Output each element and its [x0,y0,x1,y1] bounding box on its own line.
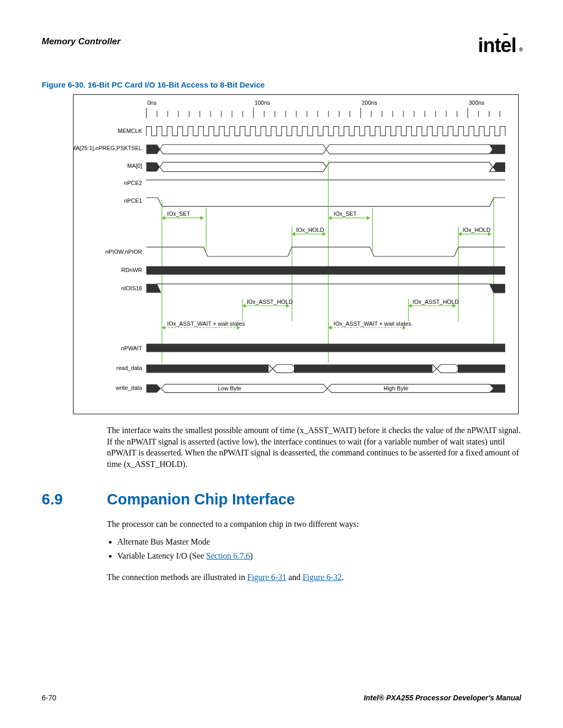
svg-marker-35 [489,145,505,154]
signal-readdata-wave [146,365,505,373]
signal-readdata-label: read_data [116,365,142,372]
paragraph-asst-wait: The interface waits the smallest possibl… [107,425,521,470]
time-label-3: 300ns [469,100,484,106]
footer-manual-title: Intel® PXA255 Processor Developer's Manu… [364,694,521,702]
svg-marker-53 [292,232,295,236]
svg-marker-77 [162,326,165,330]
signal-npwait-label: nPWAIT [121,345,142,351]
signal-ma-label: MA[25:1],nPREG,PSKTSEL [74,145,142,152]
svg-text:IOx_ASST_HOLD: IOx_ASST_HOLD [412,299,458,305]
svg-marker-48 [367,216,370,220]
p3-prefix: The connection methods are illustrated i… [107,573,247,582]
signal-rdnwr-label: RDnWR [121,267,142,273]
signal-memclk-label: MEMCLK [118,128,143,134]
svg-text:IOx_SET: IOx_SET [334,211,357,217]
section-heading: 6.9 Companion Chip Interface [42,491,521,508]
svg-text:IOx_HOLD: IOx_HOLD [296,227,324,233]
annotation-iox-asst-hold: IOx_ASST_HOLD IOx_ASST_HOLD [242,299,459,322]
svg-marker-68 [242,304,246,308]
paragraph-companion-intro: The processor can be connected to a comp… [107,519,521,530]
signal-ma-wave [146,145,505,154]
figure-caption: Figure 6-30. 16-Bit PC Card I/O 16-Bit A… [42,80,521,89]
bullet-vl-suffix: ) [250,551,253,560]
svg-marker-36 [146,163,160,172]
svg-rect-86 [294,365,432,373]
svg-rect-62 [146,266,505,275]
svg-marker-90 [146,385,161,393]
svg-text:High Byte: High Byte [384,386,409,392]
svg-marker-42 [200,216,203,220]
signal-rdnwr-wave [146,266,505,275]
svg-marker-73 [408,304,411,308]
svg-marker-81 [328,326,332,330]
page-header: Memory Controller intel [42,36,521,54]
signal-writedata-wave: Low Byte High Byte [146,385,505,393]
bullet-vl-prefix: Variable Latency I/O (See [117,551,206,560]
time-label-0: 0ns [148,100,157,106]
p3-mid: and [286,573,302,582]
signal-npce2-label: nPCE2 [124,180,142,186]
signal-npiow-label: nPIOW,nPIOR [105,249,142,255]
link-section-676[interactable]: Section 6.7.6 [206,551,250,560]
p3-suffix: . [342,573,344,582]
svg-rect-85 [146,365,268,373]
page-footer: 6-70 Intel® PXA255 Processor Developer's… [42,694,521,702]
bullet-variable-latency: Variable Latency I/O (See Section 6.7.6) [117,549,521,563]
section-number: 6.9 [42,491,107,508]
signal-npiow-wave [146,247,505,256]
annotation-iox-set: IOx_SET IOx_SET [162,161,373,363]
time-ruler: 0ns 100ns 200ns 300ns [146,100,500,118]
svg-marker-49 [328,216,332,220]
annotation-iox-asst-wait: IOx_ASST_WAIT + wait states IOx_ASST_WAI… [162,320,412,330]
signal-niois16-label: nIOIS16 [121,285,142,291]
time-label-2: 200ns [362,100,377,106]
bullet-list: Alternate Bus Master Mode Variable Laten… [107,535,521,563]
signal-npce1-wave [146,198,505,206]
footer-page-number: 6-70 [42,694,56,702]
section-title: Companion Chip Interface [107,491,295,508]
time-label-1: 100ns [254,100,270,106]
svg-text:IOx_ASST_WAIT + wait states: IOx_ASST_WAIT + wait states [167,320,246,327]
svg-marker-43 [162,216,165,220]
svg-rect-88 [458,365,505,373]
signal-writedata-label: write_data [115,385,143,391]
svg-text:IOx_HOLD: IOx_HOLD [462,227,491,233]
link-figure-6-32[interactable]: Figure 6-32 [302,573,341,582]
paragraph-connection-methods: The connection methods are illustrated i… [107,572,521,583]
signal-memclk-wave [146,127,505,136]
bullet-alternate-bus: Alternate Bus Master Mode [117,535,521,549]
signal-ma0-label: MA[0] [127,163,142,169]
signal-npce1-label: nPCE1 [124,198,142,204]
svg-text:IOx_ASST_WAIT + wait states: IOx_ASST_WAIT + wait states [334,320,412,327]
intel-logo: intel [478,36,521,54]
signal-ma0-wave [146,163,505,172]
svg-marker-59 [458,232,461,236]
svg-text:IOx_SET: IOx_SET [167,211,191,217]
svg-text:Low Byte: Low Byte [218,386,241,392]
svg-rect-84 [146,344,505,352]
svg-marker-91 [489,385,505,393]
link-figure-6-31[interactable]: Figure 6-31 [247,573,286,582]
svg-line-37 [489,167,493,172]
signal-npwait-wave [146,344,505,352]
svg-text:IOx_ASST_HOLD: IOx_ASST_HOLD [247,299,292,305]
signal-niois16-wave [146,284,505,293]
svg-marker-64 [489,284,505,293]
timing-diagram: 0ns 100ns 200ns 300ns MEMCLK [73,94,519,414]
header-chapter-title: Memory Controller [42,36,120,47]
svg-marker-38 [493,163,505,172]
